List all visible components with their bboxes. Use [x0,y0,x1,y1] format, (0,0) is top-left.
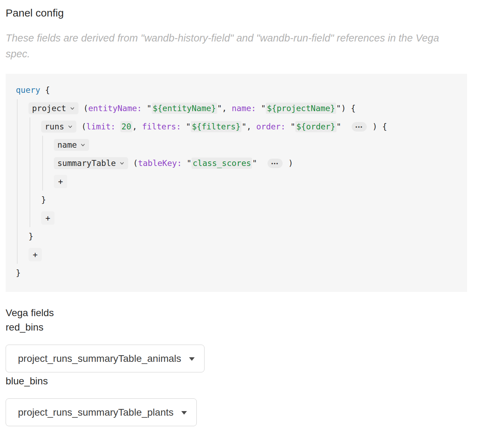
closing-brace-line: } [29,227,460,245]
red-bins-selected-value: project_runs_summaryTable_animals [18,353,181,364]
add-field-button[interactable]: + [29,248,42,261]
code-token-tpl: ${order} [295,121,337,132]
field-chip-label: summaryTable [57,159,116,168]
code-token-pl: ( [128,159,138,168]
field-chip-label: name [57,140,77,149]
red-bins-select[interactable]: project_runs_summaryTable_animals [6,345,205,372]
add-field-row: + [29,245,460,264]
caret-down-icon [181,411,187,415]
page-title: Panel config [6,7,472,19]
field-chip-runs[interactable]: runs [41,121,76,133]
code-token-pl [115,122,120,131]
code-token-pl: " [337,122,351,131]
code-token-pl: ) { [367,122,387,131]
closing-brace-line: } [41,191,460,209]
add-field-button[interactable]: + [41,211,55,225]
code-token-pl: , [132,122,142,131]
code-token-pl: ", [241,122,256,131]
code-token-pl: { [40,85,50,95]
chevron-down-icon [70,106,75,111]
code-token-arg: tableKey: [138,159,182,168]
indent-guide-block: namesummaryTable (tableKey: "class_score… [42,136,460,191]
code-token-pl: " [285,122,295,131]
field-label-blue-bins: blue_bins [6,376,472,387]
blue-bins-selected-value: project_runs_summaryTable_plants [18,407,174,418]
add-field-button[interactable]: + [54,175,67,188]
chevron-down-icon [68,124,73,129]
code-line: summaryTable (tableKey: "class_scores" •… [54,154,460,172]
panel-config-page: Panel config These fields are derived fr… [0,0,478,426]
code-token-pl: } [41,195,46,204]
field-chip-project[interactable]: project [29,102,78,114]
code-token-tpl: ${filters} [191,121,241,132]
code-token-pl: ( [76,122,86,131]
more-args-button[interactable]: ••• [352,122,367,132]
code-token-tpl: ${entityName} [152,103,217,114]
vega-fields-title: Vega fields [6,307,472,319]
code-token-arg: order: [256,122,285,131]
closing-brace-line: } [16,264,460,282]
code-line: runs (limit: 20, filters: "${filters}", … [41,117,460,136]
code-token-pl: ", [217,104,232,113]
indent-guide-block: project (entityName: "${entityName}", na… [17,99,460,264]
code-token-pl: ") { [336,104,356,113]
query-editor: query {project (entityName: "${entityNam… [6,74,467,292]
field-chip-name[interactable]: name [54,139,89,151]
code-token-pl: " [252,159,267,168]
code-token-tpl: class_scores [191,158,252,169]
chevron-down-icon [80,142,86,148]
code-line: project (entityName: "${entityName}", na… [29,99,460,117]
indent-guide-block: runs (limit: 20, filters: "${filters}", … [30,117,460,227]
field-label-red-bins: red_bins [6,322,472,333]
code-token-arg: entityName: [88,104,142,113]
field-chip-summaryTable[interactable]: summaryTable [54,157,128,169]
add-field-row: + [41,209,460,227]
code-token-pl: ( [78,104,88,113]
vega-field-red-bins: red_bins project_runs_summaryTable_anima… [6,322,472,372]
caret-down-icon [189,357,195,361]
code-token-pl: " [142,104,152,113]
vega-field-blue-bins: blue_bins project_runs_summaryTable_plan… [6,376,472,426]
code-token-arg: filters: [142,122,181,131]
field-chip-label: runs [45,122,64,131]
panel-description: These fields are derived from "wandb-his… [6,30,463,62]
code-token-arg: name: [232,104,256,113]
code-token-pl: " [181,122,191,131]
code-token-pl: ) [283,159,293,168]
code-line: query { [16,81,460,99]
more-args-button[interactable]: ••• [268,159,283,168]
blue-bins-select[interactable]: project_runs_summaryTable_plants [6,398,197,426]
code-token-num: 20 [120,121,132,132]
code-token-pl: } [29,232,33,241]
chevron-down-icon [119,161,125,166]
field-chip-label: project [32,104,66,113]
add-field-row: + [54,172,460,191]
code-token-pl: } [16,268,21,277]
code-token-pl: " [182,159,192,168]
code-token-pl: " [256,104,266,113]
code-token-arg: limit: [86,122,115,131]
code-line: name [54,136,460,154]
code-token-kw: query [16,85,40,95]
code-token-tpl: ${projectName} [266,103,336,114]
